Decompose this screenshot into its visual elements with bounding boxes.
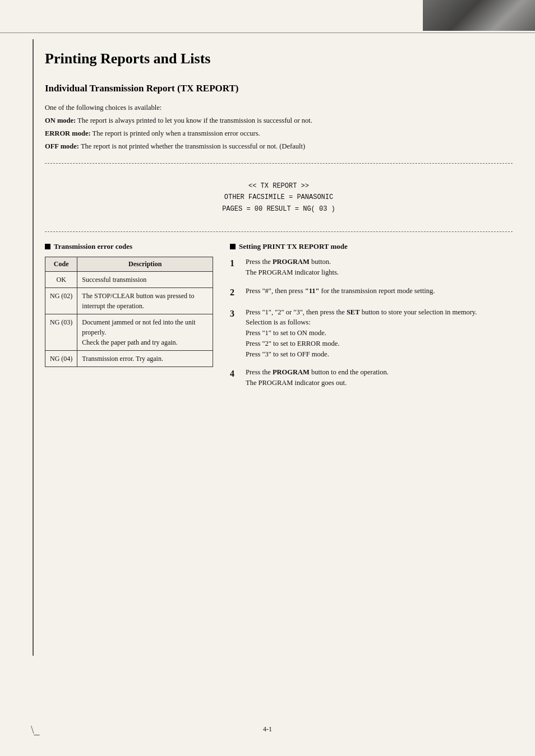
step-item: 2Press "#", then press "11" for the tran… [230,286,513,299]
on-mode-label: ON mode: [45,117,76,124]
intro-line3: ERROR mode: The report is printed only w… [45,128,437,139]
intro-line4: OFF mode: The report is not printed whet… [45,141,437,152]
step-item: 4Press the PROGRAM button to end the ope… [230,367,513,388]
step-content: Press "#", then press "11" for the trans… [246,286,513,299]
bottom-left-mark: \_ [31,723,40,736]
top-line [0,33,535,33]
setting-header: Setting PRINT TX REPORT mode [230,242,513,251]
step-bold: "11" [305,287,320,295]
step-number: 1 [230,257,240,278]
table-row: NG (02)The STOP/CLEAR button was pressed… [45,288,213,314]
table-row: NG (03)Document jammed or not fed into t… [45,314,213,351]
setting-title: Setting PRINT TX REPORT mode [239,242,348,251]
cell-description: The STOP/CLEAR button was pressed to int… [77,288,213,314]
two-column-layout: Transmission error codes Code Descriptio… [45,242,513,396]
step-item: 1Press the PROGRAM button. The PROGRAM i… [230,257,513,278]
step-bold: PROGRAM [273,258,310,266]
cell-code: OK [45,272,77,288]
step-bold: SET [347,308,360,316]
col-code: Code [45,257,77,272]
step-number: 3 [230,307,240,360]
off-mode-label: OFF mode: [45,142,79,150]
col-description: Description [77,257,213,272]
intro-text: One of the following choices is availabl… [45,102,437,152]
page-number: 4-1 [263,725,272,733]
cell-code: NG (03) [45,314,77,351]
table-row: OKSuccessful transmission [45,272,213,288]
section-title: Individual Transmission Report (TX REPOR… [45,83,513,94]
table-row: NG (04)Transmission error. Try again. [45,351,213,367]
error-mode-label: ERROR mode: [45,129,91,137]
cell-code: NG (02) [45,288,77,314]
page-title: Printing Reports and Lists [45,50,513,67]
fax-report-box: << TX REPORT >> OTHER FACSIMILE = PANASO… [45,174,513,221]
black-square-icon [45,244,50,249]
page-container: Printing Reports and Lists Individual Tr… [0,0,535,756]
dashed-separator-bottom [45,231,513,232]
step-content: Press the PROGRAM button to end the oper… [246,367,513,388]
step-content: Press "1", "2" or "3", then press the SE… [246,307,513,360]
fax-report-line2: OTHER FACSIMILE = PANASONIC [45,192,513,203]
fax-report-line3: PAGES = 00 RESULT = NG( 03 ) [45,203,513,215]
error-codes-table: Code Description OKSuccessful transmissi… [45,257,213,367]
left-column: Transmission error codes Code Descriptio… [45,242,213,367]
table-header-row: Code Description [45,257,213,272]
off-mode-text: The report is not printed whether the tr… [79,142,305,150]
cell-description: Transmission error. Try again. [77,351,213,367]
main-content: Printing Reports and Lists Individual Tr… [45,50,513,396]
step-content: Press the PROGRAM button. The PROGRAM in… [246,257,513,278]
black-square-icon-2 [230,244,236,249]
cell-description: Successful transmission [77,272,213,288]
intro-line2: ON mode: The report is always printed to… [45,115,437,126]
steps-list: 1Press the PROGRAM button. The PROGRAM i… [230,257,513,388]
step-number: 4 [230,367,240,388]
left-border [33,39,34,656]
step-item: 3Press "1", "2" or "3", then press the S… [230,307,513,360]
right-column: Setting PRINT TX REPORT mode 1Press the … [230,242,513,396]
on-mode-text: The report is always printed to let you … [76,117,312,124]
step-number: 2 [230,286,240,299]
fax-report-line1: << TX REPORT >> [45,180,513,192]
error-codes-title: Transmission error codes [54,242,132,251]
cell-description: Document jammed or not fed into the unit… [77,314,213,351]
error-mode-text: The report is printed only when a transm… [91,129,260,137]
error-table-body: OKSuccessful transmissionNG (02)The STOP… [45,272,213,367]
intro-line1: One of the following choices is availabl… [45,102,437,113]
cell-code: NG (04) [45,351,77,367]
page-footer: 4-1 [0,725,535,734]
step-bold: PROGRAM [273,368,310,376]
top-decoration [423,0,535,31]
dashed-separator-top [45,163,513,164]
error-codes-header: Transmission error codes [45,242,213,251]
